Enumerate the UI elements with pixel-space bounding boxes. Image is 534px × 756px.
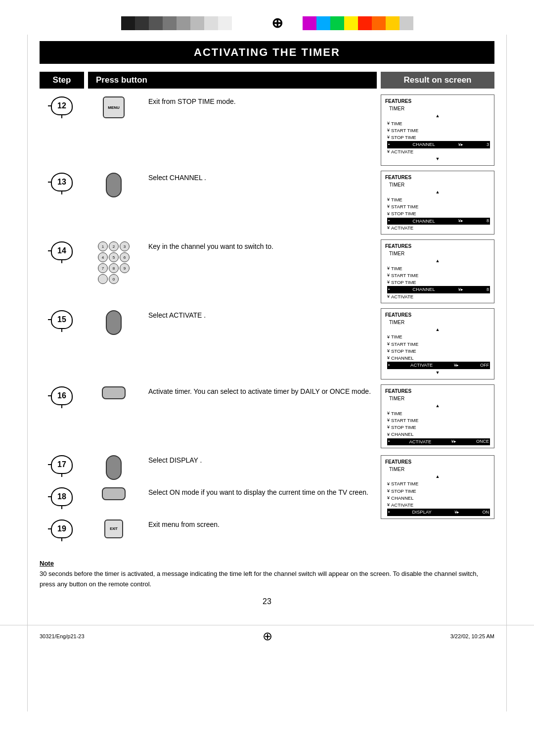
screen-subtitle: TIMER [389,319,490,326]
oval-button[interactable] [106,310,122,335]
screen-title: FEATURES [385,311,490,319]
step-number-14: 14 [40,239,84,260]
color-swatch [386,16,400,30]
item-label: TIME [391,265,402,272]
sel-val: OFF [480,362,489,369]
sel-arrow: ¥▸ [458,286,463,293]
step-screen: FEATURESTIMER▲ ¥ TIME ¥ START TIME ¥ STO… [381,171,494,235]
oval-button[interactable] [106,455,122,480]
numpad[interactable]: 1234567890 [98,241,130,284]
item-label: STOP TIME [391,279,416,286]
num-6[interactable]: 6 [120,252,130,262]
screen-box: FEATURESTIMER▲ ¥ TIME ¥ START TIME ¥ STO… [381,171,494,235]
screen-item-selected: • DISPLAY ¥▸ ON [387,509,490,516]
num-9[interactable]: 9 [120,263,130,273]
color-bar [303,16,413,30]
bullet: • [388,142,390,148]
col-header-press: Press button [88,72,377,89]
steps-group-17-19: 17 Select DISPLAY . 18 Select ON mode if… [40,453,494,550]
item-label: ACTIVATE [391,502,413,509]
screen-item: ¥ STOP TIME [387,279,490,286]
num-1[interactable]: 1 [98,241,108,251]
yen-icon: ¥ [387,424,390,431]
sel-arrow: ¥▸ [454,509,459,516]
item-label: TIME [391,333,402,340]
screen-item: ¥ CHANNEL [387,495,490,502]
step-number-12: 12 [40,94,84,115]
screen-item: ¥ ACTIVATE [387,148,490,155]
oval-button[interactable] [106,173,122,197]
num-0[interactable]: 0 [109,274,119,284]
menu-button[interactable]: MENU [103,96,125,118]
grayscale-swatch [149,16,163,30]
step-screen: FEATURESTIMER▲ ¥ TIME ¥ START TIME ¥ STO… [381,94,494,166]
bullet: • [388,286,390,293]
step-button-area [84,308,143,335]
screen-item: ¥ ACTIVATE [387,502,490,509]
yen-icon: ¥ [387,348,390,355]
step-description: Exit from STOP TIME mode. [143,94,377,109]
num-2[interactable]: 2 [109,241,119,251]
screen-item: ¥ TIME [387,265,490,272]
step-number-17: 17 [40,453,84,474]
item-label: START TIME [391,341,418,348]
num-7[interactable]: 7 [98,263,108,273]
footer-crosshair: ⊕ [263,629,272,643]
item-label: CHANNEL [412,141,435,148]
grayscale-swatch [190,16,204,30]
screen-item-selected: • CHANNEL ¥▸ 8 [387,286,490,293]
num-5[interactable]: 5 [109,252,119,262]
num-8[interactable]: 8 [109,263,119,273]
step-button-area [84,453,143,480]
item-label: START TIME [391,480,418,487]
num-4[interactable]: 4 [98,252,108,262]
item-label: CHANNEL [412,218,435,225]
yen-icon: ¥ [387,120,390,127]
step-button-area: EXIT [84,518,143,538]
screen-arrow-up: ▲ [385,113,490,120]
item-label: STOP TIME [391,210,416,217]
wide-button[interactable] [102,487,126,500]
screen-item: ¥ STOP TIME [387,488,490,495]
sel-arrow: ¥▸ [458,142,463,148]
yen-icon: ¥ [387,417,390,424]
item-label: START TIME [391,272,418,279]
yen-icon: ¥ [387,127,390,134]
item-label: ACTIVATE [409,438,431,445]
yen-icon: ¥ [387,488,390,495]
item-label: TIME [391,120,402,127]
exit-button[interactable]: EXIT [104,520,123,538]
yen-icon: ¥ [387,272,390,279]
step-circle: 14 [51,241,73,260]
bullet: • [388,438,390,445]
screen-arrow-up: ▲ [385,189,490,196]
screen-item: ¥ TIME [387,196,490,203]
color-bar-area: ⊕ [0,0,534,36]
yen-icon: ¥ [387,265,390,272]
screen-item: ¥ STOP TIME [387,348,490,355]
step-number-19: 19 [40,518,84,538]
crosshair-top: ⊕ [271,15,283,31]
bullet: • [388,362,390,369]
sel-val: 8 [487,218,489,225]
screen-item: ¥ TIME [387,120,490,127]
col-header-step: Step [40,72,84,89]
sel-arrow: ¥▸ [454,362,459,369]
steps-container: 12 MENU Exit from STOP TIME mode. FEATUR… [40,94,494,550]
yen-icon: ¥ [387,431,390,438]
yen-icon: ¥ [387,495,390,502]
screen-box: FEATURESTIMER▲ ¥ TIME ¥ START TIME ¥ STO… [381,308,494,379]
screen-arrow-up: ▲ [385,258,490,265]
step-row: 15 Select ACTIVATE . FEATURESTIMER▲ ¥ TI… [40,308,494,379]
screen-arrow-up: ▲ [385,327,490,333]
step-screen: FEATURESTIMER▲ ¥ TIME ¥ START TIME ¥ STO… [381,308,494,379]
num-3[interactable]: 3 [120,241,130,251]
screen-title: FEATURES [385,387,490,395]
item-label: TIME [391,196,402,203]
step-circle: 15 [51,310,73,329]
wide-button[interactable] [102,386,126,399]
step-row: 16 Activate timer. You can select to act… [40,384,494,448]
screen-box: FEATURESTIMER▲ ¥ TIME ¥ START TIME ¥ STO… [381,239,494,303]
yen-icon: ¥ [387,211,390,218]
sel-arrow: ¥▸ [451,438,456,445]
